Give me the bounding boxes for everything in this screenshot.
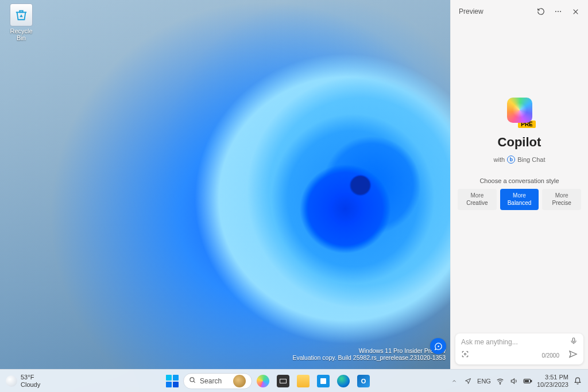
watermark-line-2: Evaluation copy. Build 25982.rs_prerelea… bbox=[292, 354, 446, 361]
notifications-icon[interactable] bbox=[573, 377, 582, 386]
svg-point-0 bbox=[555, 11, 556, 12]
copilot-logo-icon bbox=[507, 98, 532, 123]
weather-icon bbox=[6, 375, 17, 387]
location-icon[interactable] bbox=[463, 377, 473, 386]
image-search-icon[interactable] bbox=[461, 350, 469, 360]
close-button[interactable] bbox=[568, 5, 582, 18]
copilot-ask-input[interactable] bbox=[461, 338, 570, 346]
copilot-subline: with b Bing Chat bbox=[494, 156, 546, 164]
copilot-header-title: Preview bbox=[457, 7, 531, 15]
style-more-precise[interactable]: More Precise bbox=[542, 189, 581, 210]
tray-overflow-button[interactable] bbox=[450, 377, 459, 386]
svg-point-6 bbox=[190, 377, 194, 381]
new-topic-button[interactable] bbox=[430, 338, 446, 354]
taskbar-date: 10/23/2023 bbox=[537, 381, 568, 388]
taskbar-center: Search O bbox=[86, 372, 450, 390]
taskbar-time: 3:51 PM bbox=[537, 374, 568, 381]
language-indicator[interactable]: ENG bbox=[477, 378, 491, 385]
refresh-button[interactable] bbox=[534, 5, 548, 18]
recycle-bin-label: Recycle Bin bbox=[5, 28, 38, 41]
style-more-balanced[interactable]: More Balanced bbox=[500, 189, 539, 210]
taskbar-systray: ENG 3:51 PM 10/23/2023 bbox=[450, 374, 588, 387]
svg-rect-10 bbox=[525, 380, 529, 382]
search-icon bbox=[188, 376, 196, 386]
wifi-icon[interactable] bbox=[496, 377, 505, 386]
bing-icon: b bbox=[507, 156, 515, 164]
taskbar-search-label: Search bbox=[200, 377, 230, 385]
copilot-heading: Copilot bbox=[498, 135, 541, 150]
search-promo-icon bbox=[233, 375, 246, 387]
recycle-bin-desktop-icon[interactable]: Recycle Bin bbox=[5, 3, 38, 41]
more-options-button[interactable] bbox=[551, 5, 565, 18]
weather-text: 53°F Cloudy bbox=[21, 374, 40, 387]
style-more-creative[interactable]: More Creative bbox=[458, 189, 497, 210]
recycle-bin-icon bbox=[10, 3, 33, 26]
windows-start-icon bbox=[166, 375, 179, 387]
build-watermark: Windows 11 Pro Insider Preview Evaluatio… bbox=[292, 347, 446, 361]
svg-rect-9 bbox=[531, 380, 531, 382]
copilot-input-bar: 0/2000 bbox=[455, 333, 583, 364]
weather-cond: Cloudy bbox=[21, 381, 40, 388]
edge-browser-button[interactable] bbox=[334, 372, 353, 390]
svg-rect-4 bbox=[572, 338, 575, 342]
weather-temp: 53°F bbox=[21, 374, 40, 381]
svg-point-5 bbox=[465, 354, 466, 355]
send-icon[interactable] bbox=[568, 350, 578, 361]
svg-point-7 bbox=[500, 383, 500, 384]
microphone-icon[interactable] bbox=[570, 337, 578, 347]
start-button[interactable] bbox=[163, 372, 181, 390]
taskbar-search[interactable]: Search bbox=[183, 373, 252, 389]
taskbar: 53°F Cloudy Search O bbox=[0, 369, 588, 392]
copilot-brand-text: Bing Chat bbox=[517, 156, 545, 163]
microsoft-store-button[interactable] bbox=[314, 372, 332, 390]
taskbar-clock[interactable]: 3:51 PM 10/23/2023 bbox=[537, 374, 568, 387]
copilot-body: PRE Copilot with b Bing Chat Choose a co… bbox=[451, 23, 588, 369]
svg-point-2 bbox=[560, 11, 561, 12]
file-explorer-button[interactable] bbox=[294, 372, 312, 390]
volume-icon[interactable] bbox=[509, 377, 519, 386]
conversation-style-label: Choose a conversation style bbox=[479, 177, 559, 184]
task-view-button[interactable] bbox=[274, 372, 292, 390]
copilot-header: Preview bbox=[451, 0, 588, 23]
copilot-panel: Preview PRE Copilot with b Bing Chat Cho… bbox=[450, 0, 588, 369]
watermark-line-1: Windows 11 Pro Insider Preview bbox=[292, 347, 446, 354]
copilot-with-text: with bbox=[494, 156, 505, 163]
copilot-taskbar-button[interactable] bbox=[254, 372, 272, 390]
outlook-button[interactable]: O bbox=[354, 372, 373, 390]
taskbar-widgets[interactable]: 53°F Cloudy bbox=[0, 374, 86, 387]
char-counter: 0/2000 bbox=[541, 352, 564, 359]
conversation-style-segmented: More Creative More Balanced More Precise bbox=[451, 189, 588, 210]
svg-point-3 bbox=[438, 346, 439, 347]
svg-point-1 bbox=[558, 11, 559, 12]
battery-icon[interactable] bbox=[523, 377, 532, 386]
